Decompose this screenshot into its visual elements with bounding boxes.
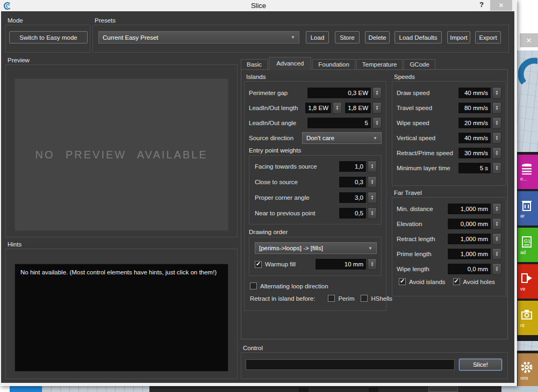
speeds-group: Speeds Draw speed 40 mm/s ▲▼ Travel spee… bbox=[392, 74, 506, 186]
export-button[interactable]: Export bbox=[475, 31, 501, 43]
preview-panel: NO PREVIEW AVAILABLE bbox=[15, 78, 228, 231]
wipe-speed-input[interactable]: 20 mm/s bbox=[458, 117, 491, 129]
sidebar-tile-load[interactable]: G1 ad bbox=[518, 228, 538, 262]
leadin-length-spinner-1[interactable]: ▲▼ bbox=[333, 102, 342, 114]
load-button[interactable]: Load bbox=[306, 31, 329, 43]
perimeter-gap-spinner[interactable]: ▲▼ bbox=[372, 87, 382, 99]
prime-length-spinner[interactable]: ▲▼ bbox=[492, 248, 501, 260]
leadin-length-spinner-2[interactable]: ▲▼ bbox=[372, 102, 382, 114]
sidebar-tile-clear[interactable]: ar bbox=[518, 191, 538, 226]
leadin-angle-spinner[interactable]: ▲▼ bbox=[372, 117, 382, 129]
facing-towards-source-input[interactable]: 1,0 bbox=[339, 161, 367, 172]
warmup-fill-checkbox[interactable] bbox=[255, 261, 262, 268]
alternating-loop-checkbox[interactable] bbox=[250, 282, 257, 289]
sidebar-tile-options[interactable]: ons bbox=[518, 353, 538, 388]
tile-label: ad bbox=[520, 250, 526, 255]
svg-text:G1: G1 bbox=[524, 238, 530, 244]
help-button[interactable]: ? bbox=[479, 1, 484, 9]
statusbar-control bbox=[428, 387, 458, 392]
tile-label: ar bbox=[520, 213, 525, 219]
close-button[interactable]: ✕ bbox=[490, 0, 512, 11]
checkbox-label: Avoid holes bbox=[463, 279, 495, 285]
field-label: Prime length bbox=[397, 251, 447, 257]
tab-advanced[interactable]: Advanced bbox=[269, 57, 311, 70]
proper-corner-angle-input[interactable]: 3,0 bbox=[339, 192, 367, 204]
vertical-speed-input[interactable]: 40 mm/s bbox=[458, 132, 491, 144]
avoid-holes-checkbox[interactable] bbox=[453, 278, 460, 285]
travel-speed-input[interactable]: 80 mm/s bbox=[458, 102, 491, 114]
leadin-length-input-2[interactable]: 1,8 EW bbox=[345, 102, 371, 114]
perimeter-gap-input[interactable]: 0,3 EW bbox=[307, 87, 371, 99]
mode-group: Mode Switch to Easy mode bbox=[5, 17, 90, 53]
preview-group: Preview NO PREVIEW AVAILABLE bbox=[5, 57, 238, 237]
close-to-source-input[interactable]: 0,3 bbox=[339, 176, 367, 188]
group-label: Drawing order bbox=[249, 229, 382, 237]
slice-icon bbox=[520, 163, 533, 175]
background-close-button[interactable]: ✕ bbox=[520, 33, 538, 47]
retract-hshells-checkbox[interactable] bbox=[361, 295, 368, 302]
dialog-body: Mode Switch to Easy mode Presets Current… bbox=[1, 11, 514, 383]
tab-basic[interactable]: Basic bbox=[241, 59, 268, 70]
slice-button[interactable]: Slice! bbox=[459, 359, 502, 371]
min-distance-spinner[interactable]: ▲▼ bbox=[492, 203, 501, 215]
switch-easy-mode-button[interactable]: Switch to Easy mode bbox=[9, 31, 88, 43]
chevron-down-icon: ▼ bbox=[368, 246, 372, 251]
close-to-source-spinner[interactable]: ▲▼ bbox=[368, 176, 377, 188]
warmup-fill-spinner[interactable]: ▲▼ bbox=[368, 258, 377, 270]
min-distance-input[interactable]: 1,000 mm bbox=[447, 203, 491, 215]
chevron-down-icon: ▼ bbox=[291, 35, 295, 40]
warmup-fill-input[interactable]: 10 mm bbox=[315, 258, 367, 270]
near-previous-point-spinner[interactable]: ▲▼ bbox=[368, 207, 377, 219]
minimum-layer-time-spinner[interactable]: ▲▼ bbox=[492, 162, 501, 174]
source-direction-select[interactable]: Don't care ▼ bbox=[302, 132, 382, 144]
wipe-speed-spinner[interactable]: ▲▼ bbox=[492, 117, 501, 129]
retract-perim-checkbox[interactable] bbox=[328, 295, 335, 302]
retract-prime-speed-spinner[interactable]: ▲▼ bbox=[492, 147, 501, 159]
gcode-file-icon: G1 bbox=[520, 235, 533, 248]
background-statusbar bbox=[149, 386, 501, 392]
preset-select[interactable]: Current Easy Preset ▼ bbox=[98, 31, 299, 43]
chevron-down-icon: ▼ bbox=[373, 136, 377, 141]
elevation-spinner[interactable]: ▲▼ bbox=[492, 218, 501, 230]
travel-speed-spinner[interactable]: ▲▼ bbox=[492, 102, 501, 114]
sidebar-tile-print[interactable]: nt bbox=[518, 301, 538, 335]
retract-prime-speed-input[interactable]: 30 mm/s bbox=[458, 147, 491, 159]
avoid-islands-checkbox[interactable] bbox=[399, 278, 406, 285]
leadin-angle-input[interactable]: 5 bbox=[307, 117, 371, 129]
leadin-length-input-1[interactable]: 1,8 EW bbox=[305, 102, 332, 114]
camera-icon bbox=[520, 308, 533, 321]
retract-length-spinner[interactable]: ▲▼ bbox=[492, 233, 501, 245]
elevation-input[interactable]: 0,000 mm bbox=[447, 218, 491, 230]
field-label: Close to source bbox=[255, 179, 339, 185]
delete-button[interactable]: Delete bbox=[365, 31, 390, 43]
drawing-order-select[interactable]: [perims->loops] -> [fills] ▼ bbox=[255, 242, 377, 254]
field-label: LeadIn/Out angle bbox=[249, 120, 307, 126]
wipe-length-spinner[interactable]: ▲▼ bbox=[492, 263, 501, 275]
facing-towards-source-spinner[interactable]: ▲▼ bbox=[368, 161, 377, 172]
wipe-length-input[interactable]: 0,0 mm bbox=[447, 263, 491, 275]
field-label: Retract length bbox=[397, 236, 447, 242]
sidebar-tile-save[interactable]: ve bbox=[518, 264, 538, 299]
load-defaults-button[interactable]: Load Defaults bbox=[394, 31, 442, 43]
draw-speed-spinner[interactable]: ▲▼ bbox=[492, 87, 501, 99]
export-play-icon bbox=[520, 272, 533, 285]
titlebar[interactable]: Slice ? ✕ bbox=[0, 0, 517, 11]
tab-temperature[interactable]: Temperature bbox=[356, 59, 403, 70]
craftware-logo-arc bbox=[518, 54, 537, 102]
tab-gcode[interactable]: GCode bbox=[404, 59, 435, 70]
sidebar-tile-slice[interactable]: e... bbox=[518, 155, 538, 189]
minimum-layer-time-input[interactable]: 5 s bbox=[458, 162, 491, 174]
retract-length-input[interactable]: 1,000 mm bbox=[447, 233, 491, 245]
store-button[interactable]: Store bbox=[335, 31, 360, 43]
islands-group: Islands Perimeter gap 0,3 EW ▲▼ LeadIn/O… bbox=[244, 74, 386, 311]
near-previous-point-input[interactable]: 0,5 bbox=[339, 207, 367, 219]
import-button[interactable]: Import bbox=[447, 31, 470, 43]
prime-length-input[interactable]: 1,000 mm bbox=[447, 248, 491, 260]
vertical-speed-spinner[interactable]: ▲▼ bbox=[492, 132, 501, 144]
taskbar-blue-segment bbox=[10, 386, 42, 392]
tab-foundation[interactable]: Foundation bbox=[312, 59, 355, 70]
proper-corner-angle-spinner[interactable]: ▲▼ bbox=[368, 192, 377, 204]
draw-speed-input[interactable]: 40 mm/s bbox=[458, 87, 491, 99]
hint-message: No hint available. (Most control element… bbox=[20, 269, 217, 275]
field-label: Perimeter gap bbox=[249, 90, 307, 96]
